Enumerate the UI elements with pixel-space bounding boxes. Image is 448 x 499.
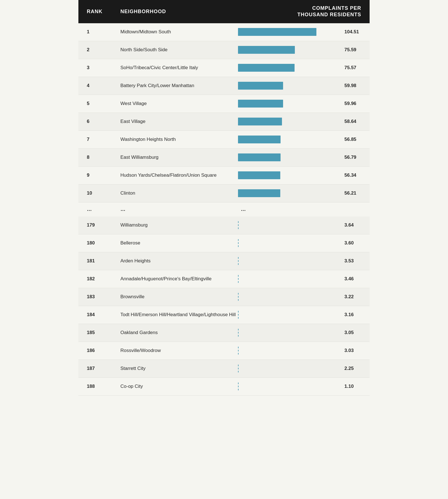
- bar-line: [238, 221, 239, 229]
- table-row: 186 Rossville/Woodrow 3.03: [78, 342, 370, 360]
- table-row: 7 Washington Heights North 56.85: [78, 131, 370, 149]
- bar-fill: [238, 28, 316, 36]
- row-neighborhood: SoHo/Tribeca/Civic Center/Little Italy: [115, 65, 238, 71]
- bar-track: [238, 239, 342, 247]
- table-row: 184 Todt Hill/Emerson Hill/Heartland Vil…: [78, 306, 370, 324]
- bar-line: [238, 347, 239, 355]
- chart-header: RANK NEIGHBORHOOD COMPLAINTS PERTHOUSAND…: [78, 0, 370, 23]
- row-rank: 186: [87, 348, 115, 353]
- row-bar-value: 3.22: [238, 293, 361, 301]
- bar-line: [238, 365, 239, 372]
- table-row: 10 Clinton 56.21: [78, 185, 370, 202]
- table-row: 1 Midtown/Midtown South 104.51: [78, 23, 370, 41]
- bar-track: [238, 383, 342, 390]
- table-row: 6 East Village 58.64: [78, 113, 370, 131]
- row-neighborhood: Washington Heights North: [115, 137, 238, 142]
- row-value: 75.59: [344, 47, 361, 53]
- row-bar-value: 2.25: [238, 365, 361, 372]
- table-row: 179 Williamsburg 3.64: [78, 216, 370, 234]
- rows-container: 1 Midtown/Midtown South 104.51 2 North S…: [78, 23, 370, 396]
- row-value: 3.03: [344, 348, 361, 353]
- row-value: 75.57: [344, 65, 361, 71]
- bar-track: [238, 118, 342, 125]
- bar-line: [238, 311, 239, 319]
- row-neighborhood: East Williamsburg: [115, 155, 238, 160]
- row-rank: 8: [87, 155, 115, 160]
- row-rank: 1: [87, 29, 115, 35]
- row-value: 58.64: [344, 119, 361, 124]
- table-row: 5 West Village 59.96: [78, 95, 370, 113]
- ellipsis-rank: …: [87, 206, 115, 212]
- row-bar-value: 3.46: [238, 275, 361, 283]
- row-value: 56.85: [344, 137, 361, 142]
- row-rank: 5: [87, 101, 115, 106]
- row-rank: 184: [87, 312, 115, 318]
- bar-line: [238, 257, 239, 265]
- row-neighborhood: Williamsburg: [115, 222, 238, 228]
- row-rank: 181: [87, 258, 115, 264]
- row-rank: 3: [87, 65, 115, 71]
- row-value: 56.21: [344, 190, 361, 196]
- row-value: 59.96: [344, 101, 361, 106]
- table-row: 188 Co-op City 1.10: [78, 378, 370, 396]
- row-bar-value: 104.51: [238, 28, 361, 36]
- row-bar-value: 58.64: [238, 118, 361, 125]
- bar-track: [238, 293, 342, 301]
- row-value: 56.79: [344, 155, 361, 160]
- row-neighborhood: North Side/South Side: [115, 47, 238, 53]
- row-bar-value: 59.96: [238, 100, 361, 108]
- bar-fill: [238, 136, 281, 143]
- header-rank: RANK: [87, 9, 115, 15]
- bar-fill: [238, 100, 283, 108]
- row-bar-value: 3.16: [238, 311, 361, 319]
- row-neighborhood: Todt Hill/Emerson Hill/Heartland Village…: [115, 312, 238, 318]
- bar-line: [238, 275, 239, 283]
- row-rank: 185: [87, 330, 115, 335]
- row-bar-value: 59.98: [238, 82, 361, 90]
- row-value: 3.22: [344, 294, 361, 300]
- bar-fill: [238, 64, 295, 72]
- bar-line: [238, 239, 239, 247]
- row-neighborhood: East Village: [115, 119, 238, 124]
- table-row: 183 Brownsville 3.22: [78, 288, 370, 306]
- bar-fill: [238, 189, 280, 197]
- bar-fill: [238, 153, 281, 161]
- row-value: 59.98: [344, 83, 361, 88]
- row-rank: 10: [87, 190, 115, 196]
- row-neighborhood: Arden Heights: [115, 258, 238, 264]
- row-neighborhood: Hudson Yards/Chelsea/Flatiron/Union Squa…: [115, 172, 238, 178]
- row-value: 2.25: [344, 366, 361, 371]
- bar-track: [238, 171, 342, 179]
- table-row: 9 Hudson Yards/Chelsea/Flatiron/Union Sq…: [78, 167, 370, 185]
- bar-fill: [238, 171, 280, 179]
- row-rank: 9: [87, 172, 115, 178]
- bar-track: [238, 329, 342, 337]
- bar-track: [238, 257, 342, 265]
- table-row: 8 East Williamsburg 56.79: [78, 149, 370, 167]
- row-neighborhood: Brownsville: [115, 294, 238, 300]
- bar-track: [238, 347, 342, 355]
- row-neighborhood: Bellerose: [115, 240, 238, 246]
- table-row: 180 Bellerose 3.60: [78, 234, 370, 252]
- row-rank: 6: [87, 119, 115, 124]
- bar-track: [238, 365, 342, 372]
- row-neighborhood: West Village: [115, 101, 238, 106]
- table-row: 182 Annadale/Huguenot/Prince's Bay/Eltin…: [78, 270, 370, 288]
- row-rank: 7: [87, 137, 115, 142]
- row-bar-value: 75.57: [238, 64, 361, 72]
- row-bar-value: 75.59: [238, 46, 361, 54]
- bar-line: [238, 329, 239, 337]
- row-rank: 4: [87, 83, 115, 88]
- table-row: 187 Starrett City 2.25: [78, 360, 370, 378]
- row-neighborhood: Rossville/Woodrow: [115, 348, 238, 353]
- bar-track: [238, 46, 342, 54]
- row-rank: 179: [87, 222, 115, 228]
- row-bar-value: 3.53: [238, 257, 361, 265]
- row-value: 3.60: [344, 240, 361, 246]
- table-row: 2 North Side/South Side 75.59: [78, 41, 370, 59]
- row-rank: 182: [87, 276, 115, 282]
- row-bar-value: 3.05: [238, 329, 361, 337]
- row-rank: 188: [87, 384, 115, 389]
- row-bar-value: 56.34: [238, 171, 361, 179]
- bar-fill: [238, 46, 295, 54]
